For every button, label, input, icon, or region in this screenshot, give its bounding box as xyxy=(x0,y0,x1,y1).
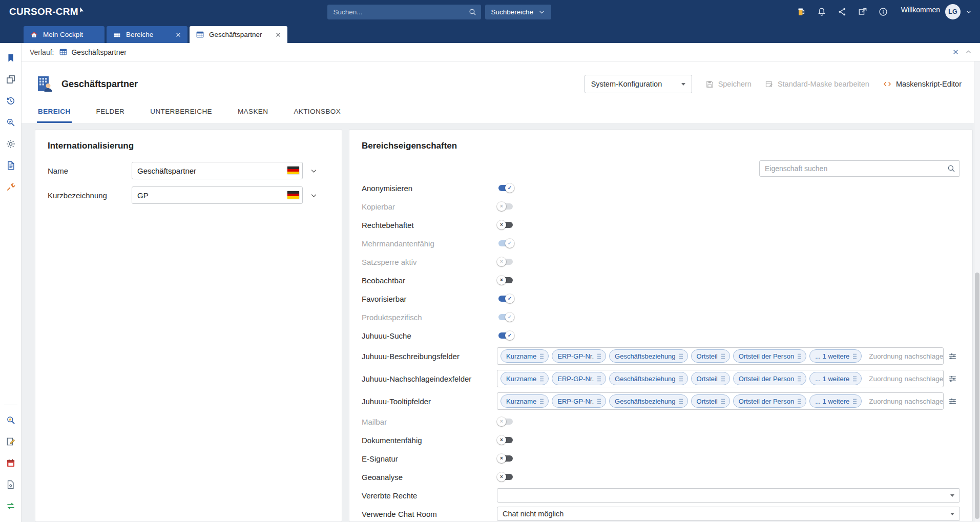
section-tab-masken[interactable]: MASKEN xyxy=(237,102,269,123)
drag-handle-icon[interactable] xyxy=(597,353,601,359)
tab-bereiche[interactable]: Bereiche xyxy=(107,26,187,43)
kurzbezeichnung-input[interactable] xyxy=(132,186,303,204)
scrollbar-thumb[interactable] xyxy=(975,273,979,519)
close-history-icon[interactable] xyxy=(952,49,959,55)
bell-icon[interactable] xyxy=(815,5,828,18)
field-chip[interactable]: Kurzname xyxy=(501,394,549,408)
tools-icon[interactable] xyxy=(2,176,19,198)
search-icon[interactable] xyxy=(947,164,956,173)
juhuuu-tooltipfelder-field[interactable]: Kurzname ERP-GP-Nr. Geschäftsbeziehung O… xyxy=(497,392,944,410)
property-search-input[interactable] xyxy=(759,160,960,177)
drag-handle-icon[interactable] xyxy=(597,376,601,382)
field-chip[interactable]: ERP-GP-Nr. xyxy=(552,394,606,408)
user-avatar[interactable]: LG xyxy=(945,4,961,19)
field-chip[interactable]: Ortsteil xyxy=(691,349,730,363)
tune-icon[interactable] xyxy=(945,396,960,406)
more-fields-chip[interactable]: ... 1 weitere xyxy=(809,394,862,408)
edit-standard-mask-button[interactable]: Standard-Maske bearbeiten xyxy=(765,80,869,89)
toggle-dokumentenfähig[interactable]: × xyxy=(497,435,514,445)
drag-handle-icon[interactable] xyxy=(797,376,802,382)
gear-icon[interactable] xyxy=(2,133,19,155)
drag-handle-icon[interactable] xyxy=(721,353,725,359)
drag-handle-icon[interactable] xyxy=(797,353,802,359)
save-button[interactable]: Speichern xyxy=(705,80,752,89)
close-icon[interactable] xyxy=(267,32,281,38)
more-fields-chip[interactable]: ... 1 weitere xyxy=(809,372,862,385)
document-icon[interactable] xyxy=(2,155,19,176)
section-tab-bereich[interactable]: BEREICH xyxy=(37,102,72,123)
search-icon[interactable] xyxy=(468,8,477,16)
search-star-icon[interactable] xyxy=(2,409,19,431)
field-chip[interactable]: Geschäftsbeziehung xyxy=(609,372,688,385)
field-chip[interactable]: Ortsteil xyxy=(691,394,730,408)
toggle-rechtebehaftet[interactable]: × xyxy=(497,220,514,229)
drag-handle-icon[interactable] xyxy=(797,399,802,404)
edit-icon[interactable] xyxy=(2,431,19,452)
configuration-select[interactable]: System-Konfiguration xyxy=(585,75,692,93)
expand-translations-button[interactable] xyxy=(305,162,322,179)
drag-handle-icon[interactable] xyxy=(679,376,683,382)
more-fields-chip[interactable]: ... 1 weitere xyxy=(809,349,862,363)
toggle-geoanalyse[interactable]: × xyxy=(497,472,514,482)
chevron-up-icon[interactable] xyxy=(965,49,972,55)
search-edit-icon[interactable] xyxy=(2,112,19,133)
drag-handle-icon[interactable] xyxy=(852,376,857,382)
field-chip[interactable]: Kurzname xyxy=(501,349,549,363)
share-icon[interactable] xyxy=(836,5,849,18)
drag-handle-icon[interactable] xyxy=(679,353,683,359)
swap-icon[interactable] xyxy=(2,495,19,517)
search-scope-button[interactable]: Suchbereiche xyxy=(485,5,552,19)
section-tab-aktionsbox[interactable]: AKTIONSBOX xyxy=(293,102,342,123)
tab-geschäftspartner[interactable]: Geschäftspartner xyxy=(190,26,287,43)
field-chip[interactable]: Ortsteil der Person xyxy=(733,349,806,363)
drag-handle-icon[interactable] xyxy=(539,399,544,404)
drag-handle-icon[interactable] xyxy=(539,353,544,359)
section-tab-unterbereiche[interactable]: UNTERBEREICHE xyxy=(149,102,213,123)
toggle-beobachtbar[interactable]: × xyxy=(497,276,514,285)
info-icon[interactable] xyxy=(877,5,890,18)
drag-handle-icon[interactable] xyxy=(539,376,544,382)
close-icon[interactable] xyxy=(167,32,181,38)
mask-script-editor-button[interactable]: Maskenskript-Editor xyxy=(883,79,962,89)
beer-mug-icon[interactable] xyxy=(795,5,808,18)
toggle-juhuuu-suche[interactable]: ✓ xyxy=(497,331,514,340)
vertical-scrollbar[interactable] xyxy=(974,61,980,522)
expand-translations-button[interactable] xyxy=(305,187,322,203)
field-chip[interactable]: Ortsteil xyxy=(691,372,730,385)
field-chip[interactable]: Ortsteil der Person xyxy=(733,372,806,385)
section-tab-felder[interactable]: FELDER xyxy=(95,102,126,123)
toggle-anonymisieren[interactable]: ✓ xyxy=(497,183,514,193)
tune-icon[interactable] xyxy=(945,374,960,384)
juhuuu-nachschlageindexfelder-field[interactable]: Kurzname ERP-GP-Nr. Geschäftsbeziehung O… xyxy=(497,370,944,387)
drag-handle-icon[interactable] xyxy=(852,399,857,404)
drag-handle-icon[interactable] xyxy=(679,399,683,404)
field-chip[interactable]: Ortsteil der Person xyxy=(733,394,806,408)
field-chip[interactable]: ERP-GP-Nr. xyxy=(552,372,606,385)
drag-handle-icon[interactable] xyxy=(597,399,601,404)
field-chip[interactable]: Geschäftsbeziehung xyxy=(609,349,688,363)
bookmark-icon[interactable] xyxy=(2,47,19,69)
tab-mein-cockpit[interactable]: Mein Cockpit xyxy=(24,26,105,43)
copy-icon[interactable] xyxy=(2,69,19,90)
drag-handle-icon[interactable] xyxy=(852,353,857,359)
chevron-down-icon[interactable] xyxy=(966,9,972,15)
history-item[interactable]: Geschäftspartner xyxy=(59,48,126,56)
field-chip[interactable]: Kurzname xyxy=(501,372,549,385)
tune-icon[interactable] xyxy=(945,351,960,361)
field-chip[interactable]: Geschäftsbeziehung xyxy=(609,394,688,408)
toggle-favorisierbar[interactable]: ✓ xyxy=(497,294,514,303)
vererbte-rechte-select[interactable] xyxy=(497,488,960,503)
drag-handle-icon[interactable] xyxy=(721,399,725,404)
name-input[interactable] xyxy=(132,162,303,179)
field-chip[interactable]: ERP-GP-Nr. xyxy=(552,349,606,363)
toggle-e-signatur[interactable]: × xyxy=(497,454,514,463)
calendar-icon[interactable] xyxy=(2,452,19,474)
verwende-chat-room-select[interactable]: Chat nicht möglich xyxy=(497,507,960,521)
open-window-icon[interactable] xyxy=(856,5,869,18)
property-row: Favorisierbar ✓ xyxy=(362,289,960,308)
juhuuu-beschreibungsfelder-field[interactable]: Kurzname ERP-GP-Nr. Geschäftsbeziehung O… xyxy=(497,347,944,365)
drag-handle-icon[interactable] xyxy=(721,376,725,382)
document-gear-icon[interactable] xyxy=(2,474,19,495)
global-search-input[interactable] xyxy=(327,5,481,19)
history-clock-icon[interactable] xyxy=(2,90,19,112)
